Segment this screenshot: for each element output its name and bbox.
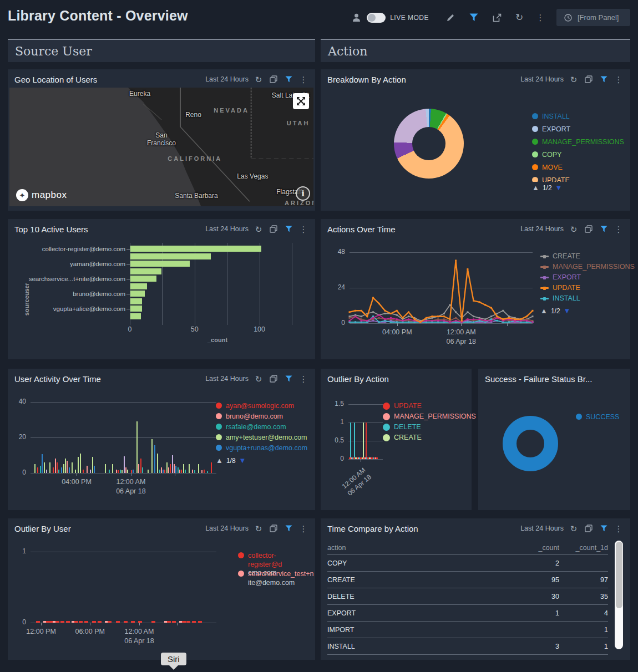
legend-dot (383, 403, 390, 410)
copy-icon[interactable] (269, 74, 279, 84)
table-cell: 2 (509, 559, 559, 567)
legend-item[interactable]: ayan@sumologic.com (216, 402, 294, 411)
share-icon[interactable] (489, 9, 505, 26)
table-row[interactable]: DELETE3035 (327, 588, 608, 605)
bar (148, 470, 149, 473)
legend-item[interactable]: MANAGE_PERMISSIONS (532, 138, 624, 147)
map-label: UTAH (287, 120, 310, 126)
legend-dot (238, 552, 244, 558)
user-icon[interactable] (348, 9, 364, 26)
map-label: NEVADA (214, 107, 249, 114)
table-row[interactable]: COPY2 (327, 555, 608, 572)
x-axis-tick-label: 04:00 PM (62, 477, 92, 487)
legend-item[interactable]: EXPORT (540, 273, 581, 282)
actions-line-chart[interactable]: 0244804:00 PM12:00 AM06 Apr 18 (321, 219, 630, 359)
kebab-menu-icon[interactable]: ⋮ (298, 74, 308, 84)
legend-item[interactable]: INSTALL (532, 113, 570, 121)
bar (211, 462, 212, 473)
baseline-dash (98, 621, 102, 623)
legend-item[interactable]: COPY (532, 151, 561, 160)
legend-item[interactable]: MANAGE_PERMISSIONS (383, 413, 476, 421)
legend-item[interactable]: MANAGE_PERMISSIONS (540, 263, 635, 272)
bar (130, 298, 142, 304)
legend-item[interactable]: CREATE (383, 434, 422, 442)
legend-item[interactable]: searchservice_test+nite@demo.com (238, 570, 313, 587)
table-row[interactable]: IMPORT1 (327, 622, 608, 638)
legend-item[interactable]: UPDATE (532, 176, 570, 182)
map-label: ARIZON (285, 200, 313, 206)
x-axis-tick (77, 473, 77, 476)
legend-item[interactable]: MOVE (532, 164, 563, 172)
pager-up-icon[interactable]: ▲ (532, 184, 539, 192)
kebab-menu-icon[interactable]: ⋮ (614, 523, 624, 533)
legend-dot (216, 434, 222, 440)
geo-map[interactable]: EurekaSalt Lake CitRenoNEVADAUTAHSanFran… (9, 88, 313, 206)
pager-down-icon[interactable]: ▼ (564, 307, 571, 315)
copy-icon[interactable] (584, 523, 594, 533)
legend-label: UPDATE (394, 402, 422, 411)
refresh-icon[interactable]: ↻ (254, 74, 264, 84)
time-selector[interactable]: [From Panel] (556, 9, 630, 26)
kebab-menu-icon[interactable]: ⋮ (532, 9, 549, 26)
map-expand-button[interactable] (293, 93, 309, 109)
legend-dot (532, 164, 538, 170)
legend-label: UPDATE (553, 284, 580, 293)
pager-up-icon[interactable]: ▲ (216, 456, 223, 465)
table-scrollbar-thumb[interactable] (616, 542, 622, 608)
legend-item[interactable]: UPDATE (540, 284, 580, 293)
copy-icon[interactable] (584, 74, 594, 84)
outlier-user-chart[interactable]: 0112:00 PM06:00 PM12:00 AM06 Apr 18 (8, 518, 315, 660)
legend-line-marker (540, 266, 549, 268)
legend-item[interactable]: vgupta+runas@demo.com (216, 444, 307, 453)
top-users-bar-chart[interactable]: collector-register@demo.comyaman@demo.co… (8, 219, 315, 359)
bar (181, 470, 182, 473)
panel-top-active-users: Top 10 Active Users Last 24 Hours ↻ ⋮ so… (8, 219, 315, 359)
legend-item[interactable]: UPDATE (383, 402, 422, 411)
legend-item[interactable]: rsafaie@demo.com (216, 423, 286, 432)
legend-item[interactable]: DELETE (383, 423, 421, 432)
pager-text: 1/2 (543, 184, 552, 192)
legend-item[interactable]: EXPORT (532, 125, 570, 134)
map-info-button[interactable]: i (296, 186, 310, 201)
x-axis-tick (139, 623, 140, 625)
live-mode-toggle[interactable] (367, 13, 386, 23)
baseline-dash (66, 621, 70, 623)
filter-funnel-icon[interactable] (599, 523, 609, 533)
table-row[interactable]: INSTALL31 (327, 638, 608, 655)
legend-item[interactable]: CREATE (540, 252, 580, 261)
filter-funnel-icon[interactable] (465, 9, 482, 26)
table-cell: INSTALL (327, 643, 509, 650)
kebab-menu-icon[interactable]: ⋮ (614, 74, 624, 84)
legend-item[interactable]: amy+testuser@demo.com (216, 434, 307, 442)
mapbox-attribution[interactable]: ✦ mapbox (16, 189, 67, 201)
refresh-icon[interactable]: ↻ (569, 523, 579, 533)
table-scrollbar-track[interactable] (615, 541, 623, 649)
filter-funnel-icon[interactable] (599, 74, 609, 84)
table-cell: IMPORT (327, 626, 509, 634)
bar (354, 422, 355, 459)
legend-item[interactable]: bruno@demo.com (216, 413, 283, 421)
bar-label: yaman@demo.com (70, 261, 125, 267)
x-axis-tick-label: 12:00 AM06 Apr 18 (124, 627, 154, 646)
bar (179, 470, 180, 473)
bar (163, 470, 164, 473)
filter-funnel-icon[interactable] (283, 74, 293, 84)
legend-line-marker (540, 287, 549, 289)
top-bar-controls: LIVE MODE ↻ ⋮ [From Panel] (348, 9, 630, 26)
mapbox-logo-text: mapbox (32, 190, 67, 201)
panel-title: Geo Location of Users (14, 75, 97, 84)
pager-down-icon[interactable]: ▼ (555, 184, 563, 192)
pager-up-icon[interactable]: ▲ (540, 307, 548, 315)
gridline (31, 473, 216, 474)
table-row[interactable]: EXPORT14 (327, 605, 608, 622)
pager-down-icon[interactable]: ▼ (239, 456, 246, 465)
legend-label: searchservice_test+nite@demo.com (248, 570, 313, 587)
legend-label: MOVE (542, 164, 563, 172)
legend-item[interactable]: SUCCESS (576, 413, 619, 422)
refresh-icon[interactable]: ↻ (569, 74, 579, 84)
success-donut-chart[interactable] (503, 416, 558, 471)
edit-pencil-icon[interactable] (442, 9, 459, 26)
legend-item[interactable]: INSTALL (540, 294, 580, 303)
table-row[interactable]: CREATE9597 (327, 572, 608, 588)
refresh-icon[interactable]: ↻ (511, 9, 528, 26)
